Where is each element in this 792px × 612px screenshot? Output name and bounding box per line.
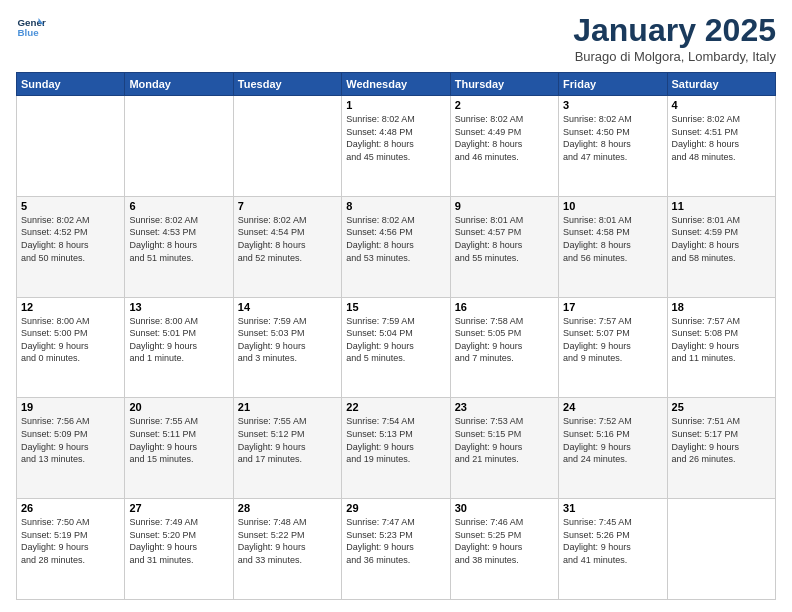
calendar-cell-w2-d1: 6Sunrise: 8:02 AM Sunset: 4:53 PM Daylig… <box>125 196 233 297</box>
week-row-1: 1Sunrise: 8:02 AM Sunset: 4:48 PM Daylig… <box>17 96 776 197</box>
calendar-cell-w2-d5: 10Sunrise: 8:01 AM Sunset: 4:58 PM Dayli… <box>559 196 667 297</box>
calendar-table: Sunday Monday Tuesday Wednesday Thursday… <box>16 72 776 600</box>
day-info: Sunrise: 7:51 AM Sunset: 5:17 PM Dayligh… <box>672 415 771 465</box>
day-info: Sunrise: 7:53 AM Sunset: 5:15 PM Dayligh… <box>455 415 554 465</box>
calendar-cell-w2-d3: 8Sunrise: 8:02 AM Sunset: 4:56 PM Daylig… <box>342 196 450 297</box>
day-info: Sunrise: 8:02 AM Sunset: 4:48 PM Dayligh… <box>346 113 445 163</box>
calendar-cell-w3-d0: 12Sunrise: 8:00 AM Sunset: 5:00 PM Dayli… <box>17 297 125 398</box>
day-number: 30 <box>455 502 554 514</box>
calendar-cell-w5-d5: 31Sunrise: 7:45 AM Sunset: 5:26 PM Dayli… <box>559 499 667 600</box>
day-info: Sunrise: 8:02 AM Sunset: 4:54 PM Dayligh… <box>238 214 337 264</box>
day-number: 16 <box>455 301 554 313</box>
location: Burago di Molgora, Lombardy, Italy <box>573 49 776 64</box>
day-number: 5 <box>21 200 120 212</box>
week-row-5: 26Sunrise: 7:50 AM Sunset: 5:19 PM Dayli… <box>17 499 776 600</box>
day-number: 10 <box>563 200 662 212</box>
calendar-cell-w4-d1: 20Sunrise: 7:55 AM Sunset: 5:11 PM Dayli… <box>125 398 233 499</box>
col-monday: Monday <box>125 73 233 96</box>
day-info: Sunrise: 8:02 AM Sunset: 4:52 PM Dayligh… <box>21 214 120 264</box>
day-info: Sunrise: 7:59 AM Sunset: 5:03 PM Dayligh… <box>238 315 337 365</box>
calendar-header-row: Sunday Monday Tuesday Wednesday Thursday… <box>17 73 776 96</box>
day-info: Sunrise: 7:54 AM Sunset: 5:13 PM Dayligh… <box>346 415 445 465</box>
day-info: Sunrise: 7:58 AM Sunset: 5:05 PM Dayligh… <box>455 315 554 365</box>
calendar-cell-w1-d5: 3Sunrise: 8:02 AM Sunset: 4:50 PM Daylig… <box>559 96 667 197</box>
calendar-cell-w4-d0: 19Sunrise: 7:56 AM Sunset: 5:09 PM Dayli… <box>17 398 125 499</box>
logo: General Blue <box>16 12 46 42</box>
calendar-cell-w3-d1: 13Sunrise: 8:00 AM Sunset: 5:01 PM Dayli… <box>125 297 233 398</box>
calendar-cell-w5-d1: 27Sunrise: 7:49 AM Sunset: 5:20 PM Dayli… <box>125 499 233 600</box>
calendar-cell-w4-d2: 21Sunrise: 7:55 AM Sunset: 5:12 PM Dayli… <box>233 398 341 499</box>
calendar-cell-w3-d3: 15Sunrise: 7:59 AM Sunset: 5:04 PM Dayli… <box>342 297 450 398</box>
calendar-cell-w5-d6 <box>667 499 775 600</box>
day-number: 24 <box>563 401 662 413</box>
day-info: Sunrise: 8:02 AM Sunset: 4:49 PM Dayligh… <box>455 113 554 163</box>
day-number: 31 <box>563 502 662 514</box>
day-number: 13 <box>129 301 228 313</box>
day-number: 17 <box>563 301 662 313</box>
day-number: 2 <box>455 99 554 111</box>
day-number: 21 <box>238 401 337 413</box>
calendar-cell-w4-d4: 23Sunrise: 7:53 AM Sunset: 5:15 PM Dayli… <box>450 398 558 499</box>
day-info: Sunrise: 7:50 AM Sunset: 5:19 PM Dayligh… <box>21 516 120 566</box>
day-info: Sunrise: 7:49 AM Sunset: 5:20 PM Dayligh… <box>129 516 228 566</box>
day-number: 26 <box>21 502 120 514</box>
calendar-cell-w3-d4: 16Sunrise: 7:58 AM Sunset: 5:05 PM Dayli… <box>450 297 558 398</box>
week-row-4: 19Sunrise: 7:56 AM Sunset: 5:09 PM Dayli… <box>17 398 776 499</box>
day-number: 7 <box>238 200 337 212</box>
day-number: 27 <box>129 502 228 514</box>
day-number: 9 <box>455 200 554 212</box>
week-row-2: 5Sunrise: 8:02 AM Sunset: 4:52 PM Daylig… <box>17 196 776 297</box>
calendar-cell-w5-d4: 30Sunrise: 7:46 AM Sunset: 5:25 PM Dayli… <box>450 499 558 600</box>
calendar-cell-w4-d3: 22Sunrise: 7:54 AM Sunset: 5:13 PM Dayli… <box>342 398 450 499</box>
day-info: Sunrise: 8:02 AM Sunset: 4:51 PM Dayligh… <box>672 113 771 163</box>
month-title: January 2025 <box>573 12 776 49</box>
day-number: 14 <box>238 301 337 313</box>
day-number: 12 <box>21 301 120 313</box>
col-tuesday: Tuesday <box>233 73 341 96</box>
col-wednesday: Wednesday <box>342 73 450 96</box>
week-row-3: 12Sunrise: 8:00 AM Sunset: 5:00 PM Dayli… <box>17 297 776 398</box>
header: General Blue January 2025 Burago di Molg… <box>16 12 776 64</box>
day-number: 19 <box>21 401 120 413</box>
day-info: Sunrise: 8:00 AM Sunset: 5:01 PM Dayligh… <box>129 315 228 365</box>
calendar-cell-w4-d6: 25Sunrise: 7:51 AM Sunset: 5:17 PM Dayli… <box>667 398 775 499</box>
day-info: Sunrise: 7:57 AM Sunset: 5:07 PM Dayligh… <box>563 315 662 365</box>
day-info: Sunrise: 7:55 AM Sunset: 5:12 PM Dayligh… <box>238 415 337 465</box>
day-info: Sunrise: 7:45 AM Sunset: 5:26 PM Dayligh… <box>563 516 662 566</box>
day-info: Sunrise: 7:55 AM Sunset: 5:11 PM Dayligh… <box>129 415 228 465</box>
page: General Blue January 2025 Burago di Molg… <box>0 0 792 612</box>
svg-text:Blue: Blue <box>18 27 40 38</box>
day-number: 25 <box>672 401 771 413</box>
day-number: 15 <box>346 301 445 313</box>
day-number: 18 <box>672 301 771 313</box>
day-info: Sunrise: 8:00 AM Sunset: 5:00 PM Dayligh… <box>21 315 120 365</box>
calendar-cell-w2-d4: 9Sunrise: 8:01 AM Sunset: 4:57 PM Daylig… <box>450 196 558 297</box>
day-number: 23 <box>455 401 554 413</box>
calendar-cell-w2-d6: 11Sunrise: 8:01 AM Sunset: 4:59 PM Dayli… <box>667 196 775 297</box>
day-info: Sunrise: 7:52 AM Sunset: 5:16 PM Dayligh… <box>563 415 662 465</box>
col-friday: Friday <box>559 73 667 96</box>
day-info: Sunrise: 7:48 AM Sunset: 5:22 PM Dayligh… <box>238 516 337 566</box>
calendar-cell-w1-d4: 2Sunrise: 8:02 AM Sunset: 4:49 PM Daylig… <box>450 96 558 197</box>
day-number: 22 <box>346 401 445 413</box>
logo-icon: General Blue <box>16 12 46 42</box>
day-info: Sunrise: 8:01 AM Sunset: 4:59 PM Dayligh… <box>672 214 771 264</box>
day-number: 6 <box>129 200 228 212</box>
col-saturday: Saturday <box>667 73 775 96</box>
day-info: Sunrise: 8:02 AM Sunset: 4:56 PM Dayligh… <box>346 214 445 264</box>
col-thursday: Thursday <box>450 73 558 96</box>
svg-text:General: General <box>18 17 47 28</box>
day-info: Sunrise: 8:01 AM Sunset: 4:57 PM Dayligh… <box>455 214 554 264</box>
day-info: Sunrise: 7:46 AM Sunset: 5:25 PM Dayligh… <box>455 516 554 566</box>
day-number: 29 <box>346 502 445 514</box>
calendar-cell-w1-d1 <box>125 96 233 197</box>
day-info: Sunrise: 7:47 AM Sunset: 5:23 PM Dayligh… <box>346 516 445 566</box>
day-info: Sunrise: 8:01 AM Sunset: 4:58 PM Dayligh… <box>563 214 662 264</box>
col-sunday: Sunday <box>17 73 125 96</box>
day-number: 8 <box>346 200 445 212</box>
day-number: 11 <box>672 200 771 212</box>
calendar-cell-w3-d5: 17Sunrise: 7:57 AM Sunset: 5:07 PM Dayli… <box>559 297 667 398</box>
day-info: Sunrise: 8:02 AM Sunset: 4:53 PM Dayligh… <box>129 214 228 264</box>
day-number: 4 <box>672 99 771 111</box>
calendar-cell-w1-d2 <box>233 96 341 197</box>
